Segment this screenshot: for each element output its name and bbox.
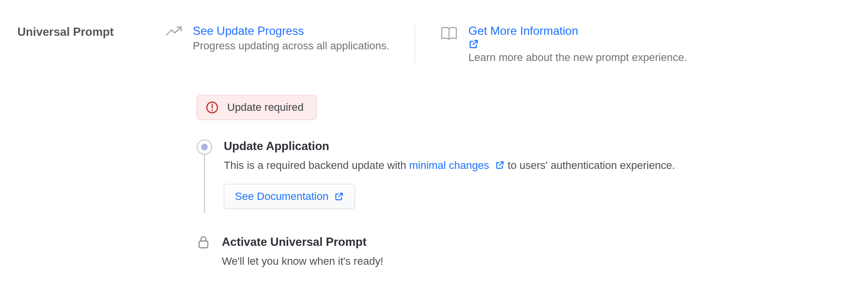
- step-update-desc: This is a required backend update with m…: [224, 158, 675, 173]
- external-link-icon: [468, 39, 687, 49]
- more-info-block: Get More Information Learn more about th…: [440, 24, 687, 64]
- external-link-icon: [334, 192, 344, 201]
- see-update-progress-link[interactable]: See Update Progress: [193, 24, 304, 37]
- svg-rect-4: [199, 241, 208, 248]
- external-link-icon: [495, 160, 505, 170]
- trend-up-icon: [166, 26, 182, 37]
- step-update-desc-after: to users' authentication experience.: [505, 159, 675, 171]
- step-activate-universal-prompt: Activate Universal Prompt We'll let you …: [197, 235, 851, 269]
- svg-point-3: [212, 110, 213, 110]
- step-bullet-active-icon: [197, 139, 212, 155]
- alert-text: Update required: [227, 101, 304, 114]
- step-update-title: Update Application: [224, 139, 675, 153]
- step-activate-desc: We'll let you know when it's ready!: [222, 254, 383, 269]
- see-documentation-button[interactable]: See Documentation: [224, 184, 355, 209]
- vertical-separator: [415, 25, 415, 63]
- step-update-application: Update Application This is a required ba…: [197, 139, 851, 209]
- more-info-desc: Learn more about the new prompt experien…: [468, 51, 687, 64]
- update-required-alert: Update required: [197, 95, 317, 120]
- timeline-connector: [204, 154, 205, 213]
- get-more-info-text: Get More Information: [468, 24, 578, 37]
- lock-icon: [197, 235, 210, 249]
- section-label: Universal Prompt: [17, 25, 166, 39]
- minimal-changes-text: minimal changes: [409, 159, 489, 171]
- alert-icon: [206, 101, 218, 114]
- minimal-changes-link[interactable]: minimal changes: [409, 159, 505, 171]
- update-progress-desc: Progress updating across all application…: [193, 40, 389, 52]
- step-update-desc-before: This is a required backend update with: [224, 159, 409, 171]
- get-more-info-link[interactable]: Get More Information: [468, 24, 687, 49]
- see-documentation-text: See Documentation: [235, 190, 328, 203]
- book-icon: [440, 26, 458, 41]
- update-progress-block: See Update Progress Progress updating ac…: [166, 24, 389, 64]
- step-activate-title: Activate Universal Prompt: [222, 235, 383, 249]
